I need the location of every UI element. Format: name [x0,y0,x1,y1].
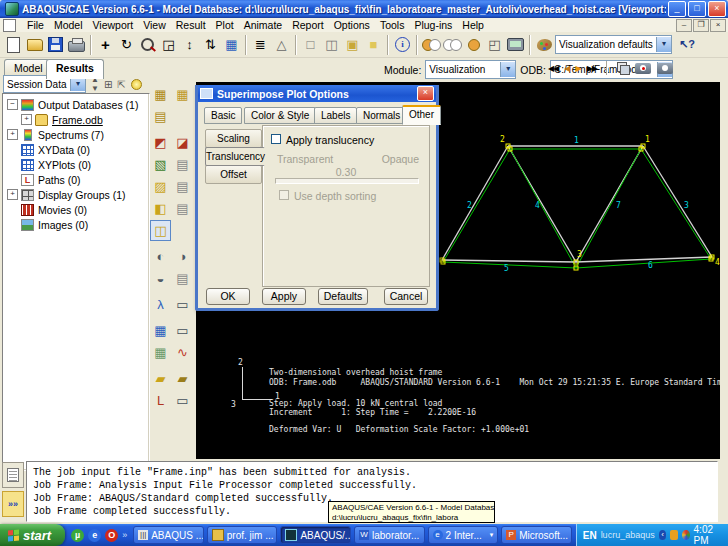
hide-icons-chevron-icon[interactable]: ‹ [659,530,667,540]
ok-button[interactable]: OK [206,288,250,305]
tab-results[interactable]: Results [46,59,104,79]
print-icon[interactable] [66,34,87,55]
task-word-laborator[interactable]: W laborator... [354,526,425,544]
pan-icon[interactable]: + [95,34,116,55]
render-shaded-icon[interactable]: ▣ [342,34,363,55]
xy-data-manager-icon[interactable]: ▦ [150,320,171,341]
superimpose-plot-icon[interactable]: ◫ [150,220,171,241]
menu-model[interactable]: Model [49,19,88,31]
tray-app-icon[interactable] [670,530,678,540]
auto-fit-icon[interactable]: ↕ [179,34,200,55]
overlay-toggle-icon[interactable] [442,34,463,55]
menu-result[interactable]: Result [171,19,211,31]
animate-scale-factor-icon[interactable]: ◐ [150,246,171,267]
sphere-icon[interactable] [463,34,484,55]
internet-explorer-icon[interactable]: e [88,529,101,542]
side-tab-offset[interactable]: Offset [205,165,262,184]
animate-harmonic-icon[interactable]: ◒ [150,268,171,289]
menu-report[interactable]: Report [287,19,329,31]
quick-launch-overflow-icon[interactable]: » [122,530,127,540]
spectrum-manager-icon[interactable]: ▤ [150,106,171,127]
dialog-close-icon[interactable]: × [417,86,434,101]
cancel-button[interactable]: Cancel [384,288,428,305]
chevron-down-icon[interactable]: ▾ [656,37,671,52]
task-abaqus-doc[interactable]: ||| ABAQUS ... [133,526,204,544]
defaults-button[interactable]: Defaults [318,288,368,305]
tree-sync-icon[interactable]: ⇱ [117,79,125,90]
dialog-tab-other[interactable]: Other [402,105,441,125]
blank-cell-2[interactable] [172,220,193,241]
expand-icon[interactable]: + [21,114,32,125]
orientation-options-icon[interactable]: ▤ [172,198,193,219]
task-internet-explorer-group[interactable]: e 2 Inter... ▾ [428,526,499,544]
color-defaults-combo[interactable]: Visualization defaults ▾ [555,35,672,54]
menu-viewport[interactable]: Viewport [88,19,139,31]
task-abaqus-cae[interactable]: ABAQUS/... [280,526,351,544]
tree-item-spectrums[interactable]: + Spectrums (7) [3,127,149,142]
create-xy-data-icon[interactable]: λ [150,294,171,315]
plot-undeformed-shape-icon[interactable]: ◩ [150,132,171,153]
expand-icon[interactable]: + [7,189,18,200]
start-button[interactable]: start [0,524,65,546]
menu-help[interactable]: Help [457,19,489,31]
context-help-icon[interactable]: ↖? [672,34,702,55]
plot-material-orientations-icon[interactable]: ◧ [150,198,171,219]
anim-play-icon[interactable]: ▶ [575,64,580,73]
contour-options-icon[interactable]: ▤ [172,154,193,175]
query-icon[interactable]: ▭ [172,390,193,411]
menu-plot[interactable]: Plot [211,19,239,31]
message-area-icon[interactable] [2,462,24,488]
new-file-icon[interactable] [3,34,24,55]
minimize-button[interactable]: _ [668,1,686,17]
menu-animate[interactable]: Animate [239,19,288,31]
query-list-icon[interactable]: ≣ [250,34,271,55]
dialog-tab-basic[interactable]: Basic [204,107,242,124]
viewport-layout-icon[interactable]: ◰ [484,34,505,55]
tree-item-display-groups[interactable]: + Display Groups (1) [3,187,149,202]
goto-parent-icon[interactable]: ⊞ [104,79,112,90]
menu-tools[interactable]: Tools [375,19,410,31]
render-hidden-icon[interactable]: ◫ [321,34,342,55]
side-tab-scaling[interactable]: Scaling [205,129,262,148]
superimpose-toggle-icon[interactable] [421,34,442,55]
tray-color-icon[interactable] [682,530,690,540]
probe-icon[interactable]: △ [271,34,292,55]
module-combo[interactable]: Visualization ▾ [425,60,516,79]
render-filled-icon[interactable]: ■ [363,34,384,55]
copy-viewport-icon[interactable] [617,62,629,74]
collapse-icon[interactable]: − [7,99,18,110]
menu-view[interactable]: View [138,19,171,31]
xy-plot-icon[interactable]: ∿ [172,342,193,363]
tree-item-xydata[interactable]: XYData (0) [3,142,149,157]
dialog-title-bar[interactable]: Superimpose Plot Options × [198,85,436,102]
depth-sorting-checkbox[interactable] [279,190,289,200]
chevron-down-icon[interactable]: ▾ [70,77,85,91]
dialog-tab-color-style[interactable]: Color & Style [244,107,316,124]
cycle-views-icon[interactable]: ⇅ [200,34,221,55]
child-close-button[interactable]: × [710,19,726,32]
menu-options[interactable]: Options [329,19,375,31]
zoom-select-icon[interactable]: ◲ [158,34,179,55]
tree-item-paths[interactable]: L Paths (0) [3,172,149,187]
blank-cell[interactable] [172,106,193,127]
translucency-slider[interactable] [275,178,419,184]
tree-item-images[interactable]: Images (0) [3,217,149,232]
side-tab-translucency[interactable]: Translucency [205,147,265,166]
view-cut-manager-icon[interactable]: ▰ [172,368,193,389]
field-output-options-icon[interactable]: ▦ [172,84,193,105]
tree-item-movies[interactable]: Movies (0) [3,202,149,217]
plot-symbols-icon[interactable]: ▨ [150,176,171,197]
dialog-tab-labels[interactable]: Labels [314,107,357,124]
rotate-icon[interactable]: ↻ [116,34,137,55]
anim-first-icon[interactable]: ◀◀ [548,64,558,73]
render-wireframe-icon[interactable]: □ [300,34,321,55]
child-minimize-button[interactable]: – [676,19,692,32]
child-window-icon[interactable] [3,19,16,32]
magnify-icon[interactable] [137,34,158,55]
dialog-tab-normals[interactable]: Normals [356,107,407,124]
tree-item-frame-odb[interactable]: + Frame.odb [3,112,149,127]
probe-values-icon[interactable]: ▦ [150,342,171,363]
anim-previous-icon[interactable]: ◀ [564,64,569,73]
tree-item-xyplots[interactable]: XYPlots (0) [3,157,149,172]
record-animation-icon[interactable] [635,63,651,74]
